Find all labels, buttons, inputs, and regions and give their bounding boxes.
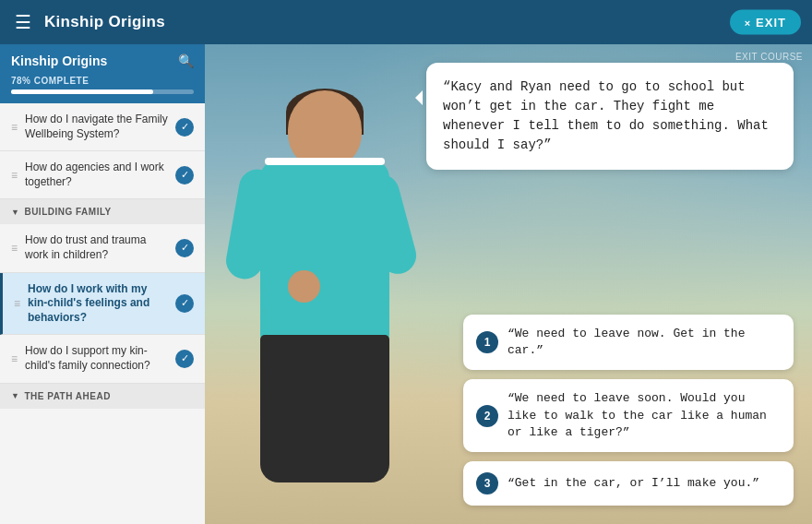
- item-5-text: How do I support my kin-child's family c…: [25, 344, 170, 373]
- hamburger-icon[interactable]: ☰: [15, 11, 31, 33]
- exit-x-icon: ×: [745, 17, 751, 28]
- check-icon: ✓: [181, 242, 189, 254]
- answers-area: 1 “We need to leave now. Get in the car.…: [463, 315, 794, 506]
- answer-bubble-3[interactable]: 3 “Get in the car, or I’ll make you.”: [463, 461, 794, 506]
- check-circle-4: ✓: [175, 294, 194, 313]
- progress-container: 78% COMPLETE: [0, 76, 205, 103]
- drag-icon: ≡: [11, 121, 18, 134]
- exit-button[interactable]: × EXIT: [730, 10, 801, 35]
- check-icon: ✓: [181, 297, 189, 309]
- answer-bubble-1[interactable]: 1 “We need to leave now. Get in the car.…: [463, 315, 794, 370]
- progress-bar: [11, 89, 194, 94]
- section-path-ahead[interactable]: ▼ THE PATH AHEAD: [0, 384, 205, 409]
- drag-icon: ≡: [11, 169, 18, 182]
- section-label: BUILDING FAMILY: [24, 207, 111, 217]
- search-icon[interactable]: 🔍: [178, 54, 194, 68]
- person-area: [205, 44, 463, 524]
- answer-number-2: 2: [476, 405, 498, 427]
- content-area: EXIT COURSE “Kacy and Ryan need to go to…: [205, 44, 812, 524]
- item-3-text: How do trust and trauma work in children…: [25, 233, 170, 262]
- drag-icon: ≡: [11, 242, 18, 255]
- sidebar-header: Kinship Origins 🔍: [0, 44, 205, 76]
- progress-fill: [11, 89, 153, 94]
- arrow-down-icon: ▼: [11, 208, 19, 217]
- person-body: [260, 160, 389, 344]
- drag-icon: ≡: [11, 352, 18, 365]
- sidebar-item-4[interactable]: ≡ How do I work with my kin-child's feel…: [0, 273, 205, 336]
- section-label: THE PATH AHEAD: [24, 391, 110, 401]
- answer-text-3: “Get in the car, or I’ll make you.”: [508, 475, 759, 492]
- sidebar-item-1[interactable]: ≡ How do I navigate the Family Wellbeing…: [0, 103, 205, 151]
- answer-number-3: 3: [476, 472, 498, 494]
- exit-label: EXIT: [756, 16, 786, 30]
- sidebar-items: ≡ How do I navigate the Family Wellbeing…: [0, 103, 205, 524]
- main-layout: Kinship Origins 🔍 78% COMPLETE ≡ How do …: [0, 44, 812, 524]
- check-circle-2: ✓: [175, 166, 194, 185]
- item-1-text: How do I navigate the Family Wellbeing S…: [25, 113, 170, 141]
- person-figure: [223, 72, 426, 524]
- answer-text-1: “We need to leave now. Get in the car.”: [508, 326, 781, 359]
- check-icon: ✓: [181, 121, 189, 133]
- person-hand: [288, 270, 320, 303]
- video-background: EXIT COURSE “Kacy and Ryan need to go to…: [205, 44, 812, 524]
- sidebar-item-2[interactable]: ≡ How do agencies and I work together? ✓: [0, 151, 205, 199]
- check-circle-5: ✓: [175, 350, 194, 368]
- sidebar-course-title: Kinship Origins: [11, 54, 107, 68]
- main-speech-bubble: “Kacy and Ryan need to go to school but …: [426, 63, 794, 170]
- item-4-text: How do I work with my kin-child's feelin…: [28, 282, 170, 326]
- top-navigation: ☰ Kinship Origins × EXIT: [0, 0, 812, 44]
- sidebar-item-5[interactable]: ≡ How do I support my kin-child's family…: [0, 335, 205, 383]
- check-icon: ✓: [181, 169, 189, 181]
- check-circle-3: ✓: [175, 239, 194, 257]
- answer-number-1: 1: [476, 331, 498, 353]
- sidebar: Kinship Origins 🔍 78% COMPLETE ≡ How do …: [0, 44, 205, 524]
- check-circle-1: ✓: [175, 118, 194, 137]
- arrow-down-icon: ▼: [11, 391, 19, 400]
- answer-bubble-2[interactable]: 2 “We need to leave soon. Would you like…: [463, 379, 794, 452]
- progress-label: 78% COMPLETE: [11, 76, 194, 86]
- nav-title: Kinship Origins: [44, 13, 165, 31]
- person-pants: [260, 335, 389, 482]
- sidebar-item-3[interactable]: ≡ How do trust and trauma work in childr…: [0, 224, 205, 272]
- main-quote-text: “Kacy and Ryan need to go to school but …: [443, 79, 769, 152]
- check-icon: ✓: [181, 352, 189, 364]
- answer-text-2: “We need to leave soon. Would you like t…: [508, 390, 781, 441]
- drag-icon: ≡: [14, 297, 20, 310]
- exit-course-text: EXIT COURSE: [735, 52, 803, 62]
- item-2-text: How do agencies and I work together?: [25, 161, 170, 189]
- person-collar: [265, 158, 385, 165]
- section-building-family[interactable]: ▼ BUILDING FAMILY: [0, 199, 205, 224]
